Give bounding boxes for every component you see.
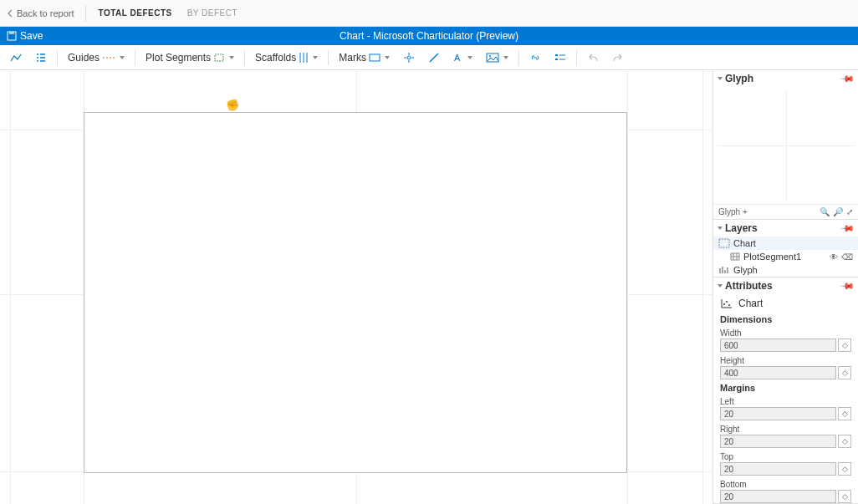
svg-rect-14 (719, 239, 729, 247)
visibility-icon[interactable]: 👁 (830, 252, 838, 262)
field-action-button[interactable]: ◇ (838, 435, 851, 448)
bottom-label: Bottom (713, 480, 858, 489)
svg-point-17 (728, 304, 730, 306)
layer-glyph[interactable]: Glyph (713, 263, 858, 277)
canvas-guide (702, 70, 703, 504)
caret-down-icon (385, 56, 390, 59)
text-tool[interactable]: A (448, 48, 478, 68)
pin-icon[interactable]: 📌 (839, 220, 855, 236)
region-icon (213, 53, 225, 63)
save-icon (7, 31, 17, 41)
margin-left-input[interactable] (720, 407, 836, 420)
margin-top-input[interactable] (720, 462, 836, 476)
height-input[interactable] (720, 366, 836, 379)
top-label: Top (713, 452, 858, 461)
chart-frame[interactable] (84, 112, 627, 473)
redo-button[interactable] (607, 48, 629, 68)
field-action-button[interactable]: ◇ (838, 339, 851, 352)
caret-down-icon (120, 56, 125, 59)
glyph-guide (717, 145, 855, 146)
erase-icon[interactable]: ⌫ (841, 252, 853, 262)
caret-down-icon (467, 56, 472, 59)
back-label: Back to report (17, 8, 74, 18)
pin-icon[interactable]: 📌 (839, 277, 855, 293)
canvas-guide (627, 70, 628, 504)
layers-panel-header[interactable]: Layers 📌 (713, 220, 858, 237)
top-bar: Back to report TOTAL DEFECTS BY DEFECT (0, 0, 858, 27)
line-icon (428, 52, 440, 64)
title-bar: Save Chart - Microsoft Charticulator (Pr… (0, 27, 858, 45)
svg-line-6 (430, 53, 438, 62)
field-action-button[interactable]: ◇ (838, 407, 851, 420)
glyph-footer: Glyph + 🔍 🔎 ⤢ (713, 204, 858, 219)
margin-right-input[interactable] (720, 435, 836, 448)
left-label: Left (713, 397, 858, 406)
plot-segments-dropdown[interactable]: Plot Segments (140, 48, 239, 68)
line-tool[interactable] (5, 48, 27, 68)
field-action-button[interactable]: ◇ (838, 366, 851, 379)
scaffolds-dropdown[interactable]: Scaffolds (250, 48, 323, 68)
guides-dropdown[interactable]: Guides (63, 48, 130, 68)
canvas[interactable]: ✊ (0, 70, 712, 504)
glyph-title: Glyph (725, 73, 753, 84)
undo-icon (587, 53, 599, 63)
separator (328, 50, 329, 65)
svg-point-9 (489, 55, 491, 57)
layers-title: Layers (725, 222, 758, 234)
pin-icon[interactable]: 📌 (839, 70, 855, 86)
line-mark-tool[interactable] (423, 48, 445, 68)
symbol-icon (403, 52, 415, 64)
svg-rect-1 (9, 32, 14, 34)
symbol-tool[interactable] (398, 48, 420, 68)
link-tool[interactable] (524, 48, 546, 68)
zoom-out-icon[interactable]: 🔎 (833, 207, 843, 216)
list-tool[interactable] (30, 48, 52, 68)
margin-bottom-input[interactable] (720, 490, 836, 503)
chevron-down-icon (718, 227, 723, 230)
svg-rect-4 (370, 54, 380, 61)
chevron-down-icon (718, 77, 723, 80)
svg-rect-12 (555, 59, 558, 60)
layers-panel: Layers 📌 Chart PlotSegment1 👁 ⌫ (713, 220, 858, 277)
glyph-foot-label: Glyph (718, 207, 740, 216)
back-to-report[interactable]: Back to report (7, 5, 86, 22)
layer-label: Glyph (733, 265, 758, 275)
legend-tool[interactable] (549, 48, 571, 68)
zoom-in-icon[interactable]: 🔍 (820, 207, 830, 216)
separator (244, 50, 245, 65)
width-input[interactable] (720, 339, 836, 352)
attributes-panel-header[interactable]: Attributes 📌 (713, 277, 858, 294)
image-icon (486, 53, 499, 63)
layer-plotsegment[interactable]: PlotSegment1 👁 ⌫ (713, 250, 858, 263)
glyph-canvas[interactable] (713, 87, 858, 204)
separator (135, 50, 135, 65)
crumb-by-defect[interactable]: BY DEFECT (187, 8, 237, 18)
right-label: Right (713, 425, 858, 434)
guide-horizontal-icon (102, 53, 115, 62)
svg-point-15 (723, 303, 725, 305)
image-tool[interactable] (481, 48, 513, 68)
save-button[interactable]: Save (0, 30, 49, 42)
add-glyph-button[interactable]: + (743, 207, 748, 216)
text-icon: A (453, 53, 463, 63)
scaffolds-label: Scaffolds (255, 52, 296, 64)
separator (57, 50, 58, 65)
breadcrumb: TOTAL DEFECTS BY DEFECT (98, 8, 237, 18)
undo-button[interactable] (582, 48, 604, 68)
glyph-panel: Glyph 📌 Glyph + 🔍 🔎 ⤢ (713, 70, 858, 220)
chart-layer-icon (718, 238, 730, 248)
svg-rect-10 (555, 54, 558, 56)
layer-label: PlotSegment1 (743, 252, 801, 262)
glyph-layer-icon (718, 265, 730, 275)
crumb-total-defects[interactable]: TOTAL DEFECTS (98, 8, 171, 18)
field-action-button[interactable]: ◇ (838, 490, 851, 503)
marks-dropdown[interactable]: Marks (334, 48, 395, 68)
marks-label: Marks (339, 52, 366, 64)
glyph-panel-header[interactable]: Glyph 📌 (713, 70, 858, 87)
layer-chart[interactable]: Chart (713, 237, 858, 250)
rectangle-icon (369, 53, 380, 62)
fit-icon[interactable]: ⤢ (846, 207, 853, 216)
field-action-button[interactable]: ◇ (838, 462, 851, 476)
save-label: Save (20, 30, 43, 42)
separator (518, 50, 519, 65)
